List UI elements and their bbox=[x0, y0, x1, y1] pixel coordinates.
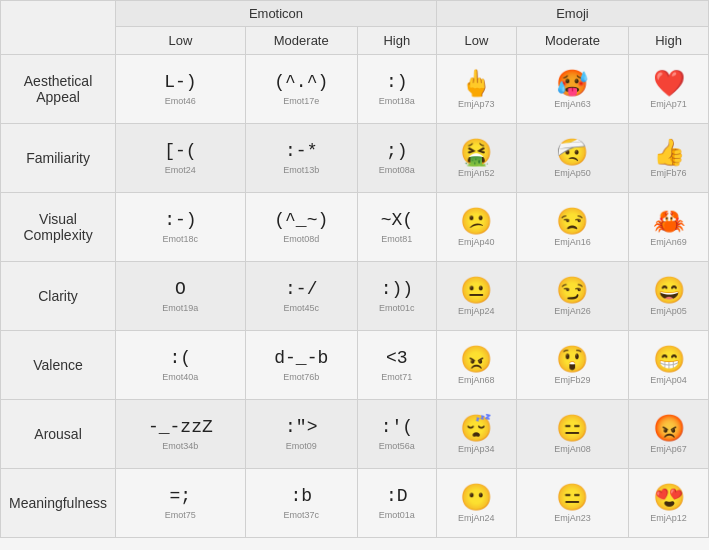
main-table: Emoticon Emoji LowModerateHighLowModerat… bbox=[0, 0, 709, 538]
emoticon-cell-6-2: :DEmot01a bbox=[357, 469, 436, 538]
emoji-cell-5-1: 😑EmjAn08 bbox=[516, 400, 628, 469]
table-row: Familiarity[-(Emot24:-*Emot13b;)Emot08a🤮… bbox=[1, 124, 709, 193]
emoticon-cell-6-0: =;Emot75 bbox=[116, 469, 246, 538]
emoticon-cell-1-0: [-(Emot24 bbox=[116, 124, 246, 193]
emoticon-code: Emot46 bbox=[165, 96, 196, 106]
emoji-symbol: 🦀 bbox=[653, 208, 685, 234]
emoji-symbol: 😶 bbox=[460, 484, 492, 510]
emoticon-symbol: :) bbox=[386, 72, 408, 94]
emoticon-symbol: :-* bbox=[285, 141, 317, 163]
emoji-symbol: 😐 bbox=[460, 277, 492, 303]
emoji-symbol: ❤️ bbox=[653, 70, 685, 96]
emoticon-code: Emot56a bbox=[379, 441, 415, 451]
emoji-cell-3-2: 😄EmjAp05 bbox=[629, 262, 709, 331]
emoji-cell-6-1: 😑EmjAn23 bbox=[516, 469, 628, 538]
sub-header-4: Moderate bbox=[516, 27, 628, 55]
emoji-code: EmjFb29 bbox=[554, 375, 590, 385]
emoticon-symbol: :-/ bbox=[285, 279, 317, 301]
emoji-symbol: 😏 bbox=[556, 277, 588, 303]
sub-header-2: High bbox=[357, 27, 436, 55]
emoji-cell-6-0: 😶EmjAn24 bbox=[436, 469, 516, 538]
emoji-code: EmjAn52 bbox=[458, 168, 495, 178]
table-row: ClarityOEmot19a:-/Emot45c:))Emot01c😐EmjA… bbox=[1, 262, 709, 331]
emoticon-symbol: [-( bbox=[164, 141, 196, 163]
emoticon-cell-2-2: ~X(Emot81 bbox=[357, 193, 436, 262]
emoticon-code: Emot09 bbox=[286, 441, 317, 451]
emoticon-cell-4-2: <3Emot71 bbox=[357, 331, 436, 400]
emoticon-cell-4-1: d-_-bEmot76b bbox=[245, 331, 357, 400]
emoticon-code: Emot34b bbox=[162, 441, 198, 451]
emoticon-group-header: Emoticon bbox=[116, 1, 437, 27]
emoticon-cell-1-1: :-*Emot13b bbox=[245, 124, 357, 193]
table-row: Meaningfulness=;Emot75:bEmot37c:DEmot01a… bbox=[1, 469, 709, 538]
emoji-code: EmjAp04 bbox=[650, 375, 687, 385]
emoticon-code: Emot08d bbox=[283, 234, 319, 244]
emoticon-cell-2-0: :-)Emot18c bbox=[116, 193, 246, 262]
emoji-code: EmjAp24 bbox=[458, 306, 495, 316]
emoji-code: EmjAp40 bbox=[458, 237, 495, 247]
emoticon-cell-5-1: :">Emot09 bbox=[245, 400, 357, 469]
emoji-code: EmjAp67 bbox=[650, 444, 687, 454]
emoji-symbol: 😁 bbox=[653, 346, 685, 372]
emoji-cell-6-2: 😍EmjAp12 bbox=[629, 469, 709, 538]
emoticon-code: Emot81 bbox=[381, 234, 412, 244]
emoji-symbol: 😴 bbox=[460, 415, 492, 441]
emoticon-code: Emot71 bbox=[381, 372, 412, 382]
emoji-cell-2-0: 😕EmjAp40 bbox=[436, 193, 516, 262]
emoticon-symbol: :)) bbox=[381, 279, 413, 301]
emoji-code: EmjAn63 bbox=[554, 99, 591, 109]
table-row: Valence:(Emot40ad-_-bEmot76b<3Emot71😠Emj… bbox=[1, 331, 709, 400]
emoji-cell-0-2: ❤️EmjAp71 bbox=[629, 55, 709, 124]
emoticon-code: Emot17e bbox=[283, 96, 319, 106]
row-label-1: Familiarity bbox=[1, 124, 116, 193]
emoticon-cell-3-0: OEmot19a bbox=[116, 262, 246, 331]
row-label-0: Aesthetical Appeal bbox=[1, 55, 116, 124]
emoji-cell-0-0: 🖕EmjAp73 bbox=[436, 55, 516, 124]
emoticon-code: Emot37c bbox=[283, 510, 319, 520]
emoticon-code: Emot18a bbox=[379, 96, 415, 106]
emoji-cell-0-1: 🥵EmjAn63 bbox=[516, 55, 628, 124]
emoticon-code: Emot45c bbox=[283, 303, 319, 313]
emoji-symbol: 👍 bbox=[653, 139, 685, 165]
emoticon-symbol: (^.^) bbox=[274, 72, 328, 94]
sub-header-5: High bbox=[629, 27, 709, 55]
emoticon-cell-2-1: (^_~)Emot08d bbox=[245, 193, 357, 262]
row-label-2: Visual Complexity bbox=[1, 193, 116, 262]
emoji-cell-5-0: 😴EmjAp34 bbox=[436, 400, 516, 469]
emoticon-symbol: ;) bbox=[386, 141, 408, 163]
emoji-code: EmjAp12 bbox=[650, 513, 687, 523]
emoticon-code: Emot08a bbox=[379, 165, 415, 175]
emoticon-code: Emot18c bbox=[163, 234, 199, 244]
emoji-cell-5-2: 😡EmjAp67 bbox=[629, 400, 709, 469]
emoji-cell-1-1: 🤕EmjAp50 bbox=[516, 124, 628, 193]
emoticon-symbol: :D bbox=[386, 486, 408, 508]
emoji-cell-1-2: 👍EmjFb76 bbox=[629, 124, 709, 193]
emoticon-symbol: O bbox=[175, 279, 186, 301]
emoticon-symbol: -_-zzZ bbox=[148, 417, 213, 439]
emoticon-symbol: (^_~) bbox=[274, 210, 328, 232]
sub-header-1: Moderate bbox=[245, 27, 357, 55]
sub-header-0: Low bbox=[116, 27, 246, 55]
emoticon-symbol: d-_-b bbox=[274, 348, 328, 370]
emoji-code: EmjAp34 bbox=[458, 444, 495, 454]
row-label-6: Meaningfulness bbox=[1, 469, 116, 538]
emoji-code: EmjAp05 bbox=[650, 306, 687, 316]
emoticon-symbol: :'( bbox=[381, 417, 413, 439]
emoji-symbol: 🤕 bbox=[556, 139, 588, 165]
emoticon-symbol: :b bbox=[290, 486, 312, 508]
emoji-cell-2-1: 😒EmjAn16 bbox=[516, 193, 628, 262]
emoji-symbol: 😡 bbox=[653, 415, 685, 441]
emoticon-cell-0-0: L-)Emot46 bbox=[116, 55, 246, 124]
emoji-symbol: 😕 bbox=[460, 208, 492, 234]
emoji-symbol: 🖕 bbox=[460, 70, 492, 96]
emoticon-code: Emot01a bbox=[379, 510, 415, 520]
emoji-code: EmjAn16 bbox=[554, 237, 591, 247]
emoji-code: EmjAn68 bbox=[458, 375, 495, 385]
emoticon-symbol: :( bbox=[170, 348, 192, 370]
emoticon-code: Emot40a bbox=[162, 372, 198, 382]
emoji-code: EmjAp71 bbox=[650, 99, 687, 109]
emoji-cell-2-2: 🦀EmjAn69 bbox=[629, 193, 709, 262]
emoticon-code: Emot24 bbox=[165, 165, 196, 175]
emoji-symbol: 🤮 bbox=[460, 139, 492, 165]
emoticon-cell-1-2: ;)Emot08a bbox=[357, 124, 436, 193]
